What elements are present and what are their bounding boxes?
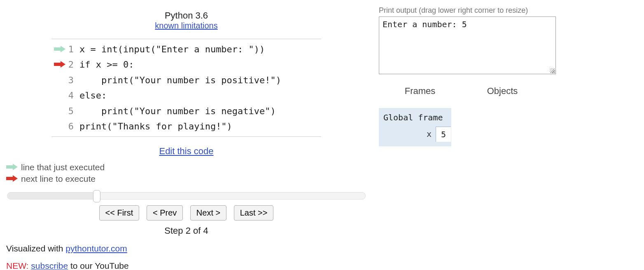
output-text: Enter a number: 5 [383,19,467,29]
line-number: 6 [68,119,79,134]
variable-row: x5 [379,127,451,142]
global-frame-title: Global frame [379,113,451,127]
line-number: 5 [68,103,79,119]
known-limitations-link[interactable]: known limitations [155,21,217,30]
edit-code-link[interactable]: Edit this code [159,146,213,156]
code-line: 6print("Thanks for playing!") [51,119,321,134]
variable-value: 5 [436,127,451,142]
legend-executed-label: line that just executed [21,162,105,172]
objects-header: Objects [461,86,544,96]
variable-name: x [422,127,436,142]
next-button[interactable]: Next > [190,205,226,221]
line-number: 3 [68,73,79,88]
output-label: Print output (drag lower right corner to… [379,6,638,15]
prev-button[interactable]: < Prev [147,205,183,221]
line-number: 2 [68,57,79,72]
resize-grip-icon[interactable] [550,68,555,73]
svg-marker-0 [54,46,65,52]
line-number: 1 [68,42,79,57]
step-counter: Step 2 of 4 [6,225,366,236]
print-output[interactable]: Enter a number: 5 [379,16,556,74]
executed-arrow-icon [6,162,18,172]
first-button[interactable]: << First [99,205,140,221]
code-line: 4else: [51,88,321,103]
svg-marker-2 [6,164,18,170]
next-arrow-icon [6,174,18,184]
frames-header: Frames [379,86,461,96]
last-button[interactable]: Last >> [234,205,274,221]
code-text: print("Thanks for playing!") [79,119,232,134]
language-label: Python 3.6 [6,10,366,21]
next-arrow-icon [51,57,68,72]
line-number: 4 [68,88,79,103]
code-line: 5 print("Your number is negative") [51,103,321,119]
svg-marker-1 [54,61,65,68]
code-text: else: [79,88,107,103]
new-tag: NEW: [6,261,28,270]
code-listing: 1x = int(input("Enter a number: "))2if x… [51,39,321,137]
code-line: 1x = int(input("Enter a number: ")) [51,42,321,57]
code-line: 2if x >= 0: [51,57,321,72]
legend-next-label: next line to execute [21,174,96,184]
step-slider[interactable] [6,192,366,200]
code-text: print("Your number is negative") [79,103,276,119]
code-line: 3 print("Your number is positive!") [51,73,321,88]
global-frame: Global frame x5 [379,108,451,146]
code-text: x = int(input("Enter a number: ")) [79,42,265,57]
subscribe-link[interactable]: subscribe [31,261,68,270]
subscribe-suffix: to our YouTube [68,261,129,270]
code-text: print("Your number is positive!") [79,73,281,88]
viz-prefix: Visualized with [6,244,65,253]
pythontutor-link[interactable]: pythontutor.com [65,244,127,253]
code-text: if x >= 0: [79,57,134,72]
svg-marker-3 [6,175,18,182]
executed-arrow-icon [51,42,68,57]
